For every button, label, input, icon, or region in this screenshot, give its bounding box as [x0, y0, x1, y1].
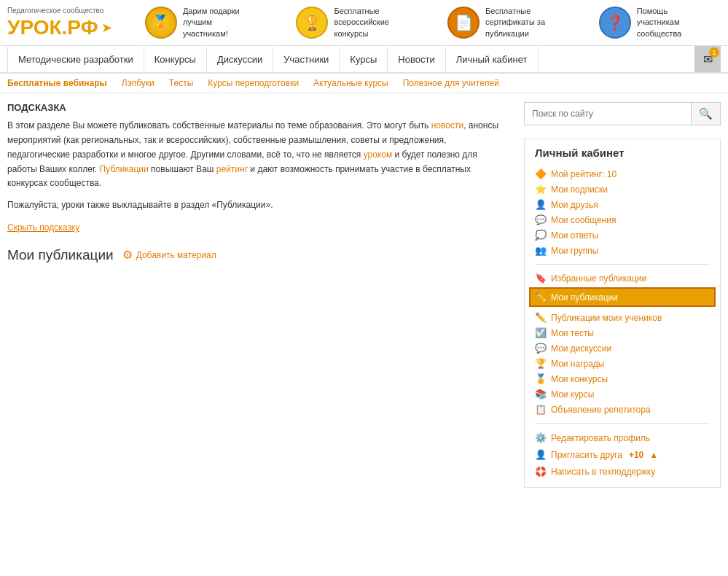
priglasit-bonus: +10: [629, 450, 643, 460]
logo-area: Педагогическое сообщество УРОК.РФ ➤: [7, 7, 112, 39]
notification-badge: 1: [709, 47, 719, 58]
sidebar-item-druzya[interactable]: 👤 Мои друзья: [535, 197, 710, 212]
druzya-icon: 👤: [535, 199, 547, 210]
uchenikov-label: Публикации моих учеников: [551, 313, 662, 323]
subnav-item-lepbuki[interactable]: Лэпбуки: [122, 78, 154, 88]
sidebar-item-podderzhka[interactable]: 🛟 Написать в техподдержку: [535, 463, 710, 480]
section-title: Мои публикации: [7, 247, 114, 263]
sidebar-item-testy[interactable]: ☑️ Мои тесты: [535, 325, 710, 340]
promo-item-1[interactable]: 🏅 Дарим подарки лучшим участникам!: [145, 6, 256, 39]
sidebar-item-kursy[interactable]: 📚 Мои курсы: [535, 386, 710, 402]
soobshcheniya-label: Мои сообщения: [551, 215, 616, 225]
diskussii-label: Мои дискуссии: [551, 343, 611, 354]
testy-icon: ☑️: [535, 327, 547, 338]
subnav-item-poleznoe[interactable]: Полезное для учителей: [403, 78, 499, 88]
hint-box: ПОДСКАЗКА В этом разделе Вы можете публи…: [7, 102, 506, 233]
podpiski-icon: ⭐: [535, 184, 547, 195]
subnav-item-aktualnye[interactable]: Актуальные курсы: [313, 78, 388, 88]
izbrannye-icon: 🔖: [535, 273, 547, 284]
reyting-icon: 🔶: [535, 168, 547, 179]
search-input[interactable]: [525, 103, 691, 125]
nav-notification-btn[interactable]: ✉ 1: [694, 46, 721, 72]
search-button[interactable]: 🔍: [691, 103, 720, 125]
sidebar-item-soobshcheniya[interactable]: 💬 Мои сообщения: [535, 212, 710, 227]
nav-item-lichny-kabinet[interactable]: Личный кабинет: [446, 47, 539, 72]
sidebar-item-podpiski[interactable]: ⭐ Мои подписки: [535, 182, 710, 197]
promo-icon-1: 🏅: [145, 7, 177, 39]
repetitor-icon: 📋: [535, 404, 547, 415]
promo-text-3: Бесплатные сертификаты за публикации: [485, 6, 558, 39]
sidebar-item-izbrannye[interactable]: 🔖 Избранные публикации: [535, 271, 710, 286]
logo-arrow-icon: ➤: [101, 20, 112, 36]
nagrady-label: Мои награды: [551, 359, 605, 369]
section-title-row: Мои публикации ⚙ Добавить материал: [7, 247, 506, 263]
header: Педагогическое сообщество УРОК.РФ ➤ 🏅 Да…: [0, 0, 728, 46]
nav-item-uchastniki[interactable]: Участники: [273, 47, 340, 72]
sidebar-item-gruppy[interactable]: 👥 Мои группы: [535, 243, 710, 258]
hint-title: ПОДСКАЗКА: [7, 102, 506, 113]
hint-paragraph-2: Пожалуйста, уроки также выкладывайте в р…: [7, 198, 506, 213]
priglasit-label: Пригласить друга: [551, 450, 622, 460]
promo-text-1: Дарим подарки лучшим участникам!: [183, 6, 256, 39]
redaktirovat-label: Редактировать профиль: [551, 433, 650, 443]
otvety-icon: 💭: [535, 230, 547, 241]
nav-item-konkursy[interactable]: Конкурсы: [144, 47, 207, 72]
soobshcheniya-icon: 💬: [535, 214, 547, 225]
nav-item-diskussii[interactable]: Дискуссии: [207, 47, 273, 72]
subnav-item-vebinary[interactable]: Бесплатные вебинары: [7, 78, 107, 88]
hint-paragraph-1: В этом разделе Вы можете публиковать соб…: [7, 119, 506, 191]
promo-item-3[interactable]: 📄 Бесплатные сертификаты за публикации: [447, 6, 558, 39]
sidebar-item-publikatsii-uchenikov[interactable]: ✏️ Публикации моих учеников: [535, 310, 710, 325]
izbrannye-label: Избранные публикации: [551, 273, 646, 284]
sidebar-item-konkursy[interactable]: 🏅 Мои конкурсы: [535, 371, 710, 386]
sidebar-item-otvety[interactable]: 💭 Мои ответы: [535, 227, 710, 243]
sidebar-item-repetitor[interactable]: 📋 Объявление репетитора: [535, 402, 710, 417]
sidebar-item-nagrady[interactable]: 🏆 Мои награды: [535, 356, 710, 371]
konkursy-icon: 🏅: [535, 373, 547, 384]
promo-item-4[interactable]: ❓ Помощь участникам сообщества: [599, 6, 710, 39]
sidebar-item-reyting[interactable]: 🔶 Мой рейтинг: 10: [535, 166, 710, 182]
konkursy-label: Мои конкурсы: [551, 374, 608, 384]
kursy-icon: 📚: [535, 389, 547, 400]
main-area: ПОДСКАЗКА В этом разделе Вы можете публи…: [7, 102, 513, 488]
podderzhka-icon: 🛟: [535, 466, 547, 477]
logo-text: УРОК.РФ: [7, 16, 98, 39]
diskussii-icon: 💬: [535, 343, 547, 354]
logo-main[interactable]: УРОК.РФ ➤: [7, 16, 112, 39]
hint-link-urok[interactable]: уроком: [364, 149, 393, 160]
promo-text-4: Помощь участникам сообщества: [637, 6, 710, 39]
sub-nav: Бесплатные вебинары Лэпбуки Тесты Курсы …: [0, 74, 728, 93]
sidebar-title: Личный кабинет: [535, 147, 710, 159]
promo-item-2[interactable]: 🏆 Бесплатные всероссийские конкурсы: [296, 6, 407, 39]
add-material-icon: ⚙: [122, 248, 133, 262]
hint-link-publikatsii[interactable]: Публикации: [99, 164, 148, 174]
druzya-label: Мои друзья: [551, 200, 598, 210]
subnav-item-testy[interactable]: Тесты: [169, 78, 193, 88]
add-material-btn[interactable]: ⚙ Добавить материал: [122, 248, 216, 262]
testy-label: Мои тесты: [551, 328, 594, 338]
promo-icon-3: 📄: [447, 7, 480, 39]
sidebar-item-moi-publikatsii[interactable]: ✏️ Мои публикации: [529, 287, 716, 307]
nav-item-metodicheskie[interactable]: Методические разработки: [7, 47, 144, 72]
hint-link-novosti[interactable]: новости: [431, 120, 463, 131]
subnav-item-kursy-perepodgotovki[interactable]: Курсы переподготовки: [208, 78, 299, 88]
sidebar-item-diskussii[interactable]: 💬 Мои дискуссии: [535, 340, 710, 356]
gruppy-label: Мои группы: [551, 246, 598, 256]
sidebar-divider-1: [535, 264, 710, 265]
nav-item-kursy[interactable]: Курсы: [340, 47, 388, 72]
nagrady-icon: 🏆: [535, 358, 547, 369]
sidebar: 🔍 Личный кабинет 🔶 Мой рейтинг: 10 ⭐ Мои…: [524, 102, 721, 488]
chevron-up-icon: ▲: [649, 450, 658, 460]
hide-hint-link[interactable]: Скрыть подсказку: [7, 222, 79, 233]
logo-subtitle: Педагогическое сообщество: [7, 7, 112, 15]
sidebar-item-redaktirovat[interactable]: ⚙️ Редактировать профиль: [535, 429, 710, 446]
promo-icon-2: 🏆: [296, 7, 328, 39]
priglasit-icon: 👤: [535, 449, 547, 460]
moi-publikatsii-icon: ✏️: [535, 292, 547, 303]
sidebar-item-priglasit[interactable]: 👤 Пригласить друга +10 ▲: [535, 446, 710, 463]
uchenikov-icon: ✏️: [535, 312, 547, 323]
nav-item-novosti[interactable]: Новости: [388, 47, 445, 72]
hint-link-reyting[interactable]: рейтинг: [216, 164, 248, 174]
promo-text-2: Бесплатные всероссийские конкурсы: [334, 6, 407, 39]
kursy-label: Мои курсы: [551, 389, 594, 400]
